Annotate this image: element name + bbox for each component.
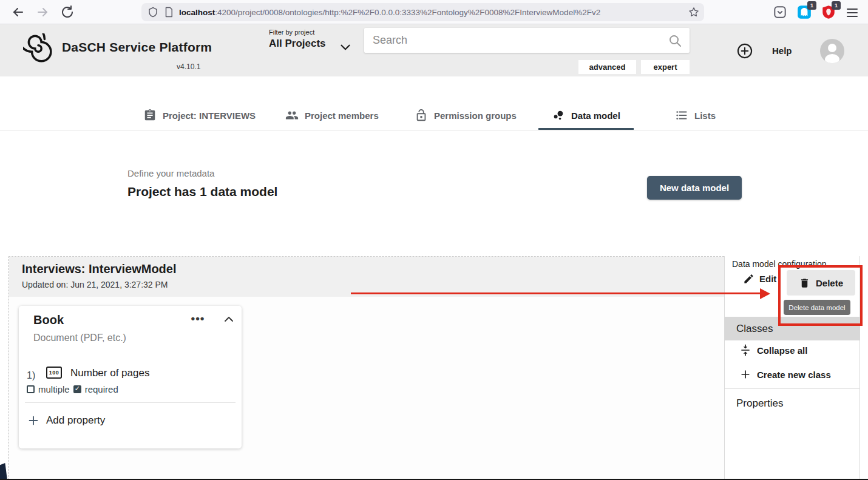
delete-button[interactable]: Delete: [787, 270, 855, 296]
tab-label: Project members: [305, 110, 379, 121]
search-input[interactable]: [364, 34, 668, 47]
lock-icon: [415, 109, 428, 122]
card-divider: [25, 402, 236, 403]
data-model-workspace: Interviews: InterviewModel Updated on: J…: [8, 256, 724, 480]
url-bar[interactable]: localhost:4200/project/0008/ontologies/h…: [141, 3, 704, 21]
new-data-model-button[interactable]: New data model: [647, 176, 742, 200]
more-options-icon[interactable]: •••: [189, 312, 207, 328]
filter-value: All Projects: [269, 38, 326, 50]
data-model-header: Interviews: InterviewModel Updated on: J…: [9, 257, 725, 297]
back-icon[interactable]: [11, 5, 25, 19]
tab-label: Project: INTERVIEWS: [163, 110, 256, 121]
add-property-label: Add property: [46, 414, 105, 427]
filter-label: Filter by project: [269, 29, 326, 36]
advanced-search-button[interactable]: advanced: [578, 60, 636, 74]
pencil-icon: [743, 273, 754, 285]
multiple-checkbox[interactable]: [27, 385, 35, 393]
bubble-chart-icon: [552, 109, 565, 122]
create-new-class-label: Create new class: [757, 370, 831, 380]
url-text: localhost:4200/project/0008/ontologies/h…: [179, 8, 677, 17]
help-link[interactable]: Help: [772, 46, 792, 56]
ghostery-badge: 1: [807, 1, 816, 10]
tab-label: Permission groups: [434, 110, 517, 121]
adblock-badge: 1: [832, 1, 841, 10]
create-new-class-button[interactable]: Create new class: [739, 368, 831, 380]
required-checkbox[interactable]: [73, 385, 81, 393]
class-title: Book: [33, 313, 64, 327]
config-title: Data model configuration: [732, 259, 827, 269]
plus-icon: [27, 414, 40, 427]
property-index: 1): [27, 370, 35, 381]
collapse-all-label: Collapse all: [757, 345, 807, 356]
avatar[interactable]: [820, 39, 844, 63]
bookmark-star-icon[interactable]: [688, 7, 699, 18]
properties-section-header[interactable]: Properties: [736, 397, 783, 410]
permissions-shield-icon[interactable]: [772, 4, 788, 20]
class-card-book: Book Document (PDF, etc.) ••• 1) 100 Num…: [19, 306, 242, 448]
clipboard-icon: [143, 109, 157, 122]
multiple-label: multiple: [38, 384, 70, 394]
tab-project-members[interactable]: Project members: [280, 101, 384, 130]
edit-button[interactable]: Edit: [743, 273, 776, 285]
create-new-icon[interactable]: [736, 42, 753, 59]
ghostery-extension-icon[interactable]: 1: [796, 4, 812, 20]
hero-title: Project has 1 data model: [127, 184, 277, 199]
corner-artifact: [0, 463, 7, 480]
app-title: DaSCH Service Platform: [62, 40, 212, 55]
search-icon[interactable]: [668, 33, 682, 48]
plus-icon: [739, 368, 751, 380]
tab-lists[interactable]: Lists: [670, 101, 721, 130]
adblock-extension-icon[interactable]: 1: [821, 4, 836, 20]
annotation-arrow-line: [351, 292, 761, 294]
add-property-button[interactable]: Add property: [27, 414, 105, 427]
project-tab-bar: Project: INTERVIEWS Project members Perm…: [0, 76, 868, 130]
tab-data-model[interactable]: Data model: [547, 101, 625, 130]
page-info-icon[interactable]: [163, 7, 174, 18]
data-model-updated: Updated on: Jun 21, 2021, 3:27:32 PM: [22, 280, 168, 289]
chevron-down-icon: [337, 39, 353, 55]
menu-hamburger-icon[interactable]: [845, 5, 860, 20]
integer-value-icon: 100: [46, 367, 62, 379]
forward-icon[interactable]: [35, 5, 50, 19]
class-subtitle: Document (PDF, etc.): [33, 333, 126, 343]
list-icon: [675, 109, 688, 122]
tab-permission-groups[interactable]: Permission groups: [410, 101, 521, 130]
reload-icon[interactable]: [60, 5, 75, 19]
tab-project-info[interactable]: Project: INTERVIEWS: [138, 101, 260, 130]
app-version: v4.10.1: [177, 63, 200, 71]
data-model-title: Interviews: InterviewModel: [22, 262, 177, 276]
people-icon: [285, 109, 299, 122]
edit-label: Edit: [759, 274, 776, 284]
classes-section-header[interactable]: Classes: [725, 317, 860, 340]
tab-label: Data model: [571, 110, 620, 121]
tab-label: Lists: [694, 110, 716, 121]
required-label: required: [85, 384, 118, 394]
delete-tooltip: Delete data model: [784, 300, 850, 315]
collapse-icon: [739, 344, 751, 356]
tracking-shield-icon[interactable]: [147, 7, 158, 18]
hero-subtitle: Define your metadata: [127, 168, 214, 178]
property-label: Number of pages: [70, 367, 149, 379]
sidebar-divider: [725, 388, 860, 389]
collapse-all-button[interactable]: Collapse all: [739, 344, 807, 356]
dasch-logo-icon[interactable]: [23, 33, 53, 64]
app-header: DaSCH Service Platform v4.10.1 Filter by…: [0, 24, 868, 76]
expert-search-button[interactable]: expert: [641, 60, 690, 74]
annotation-arrow-head: [760, 288, 770, 299]
search-box: [364, 28, 690, 53]
delete-label: Delete: [816, 278, 843, 288]
project-filter-select[interactable]: Filter by project All Projects: [269, 29, 326, 50]
chevron-up-icon[interactable]: [222, 312, 236, 326]
browser-toolbar: localhost:4200/project/0008/ontologies/h…: [0, 0, 868, 24]
data-model-config-sidebar: Data model configuration Edit Delete Del…: [724, 256, 860, 480]
trash-icon: [799, 277, 810, 289]
property-flags: multiple required: [27, 384, 118, 394]
